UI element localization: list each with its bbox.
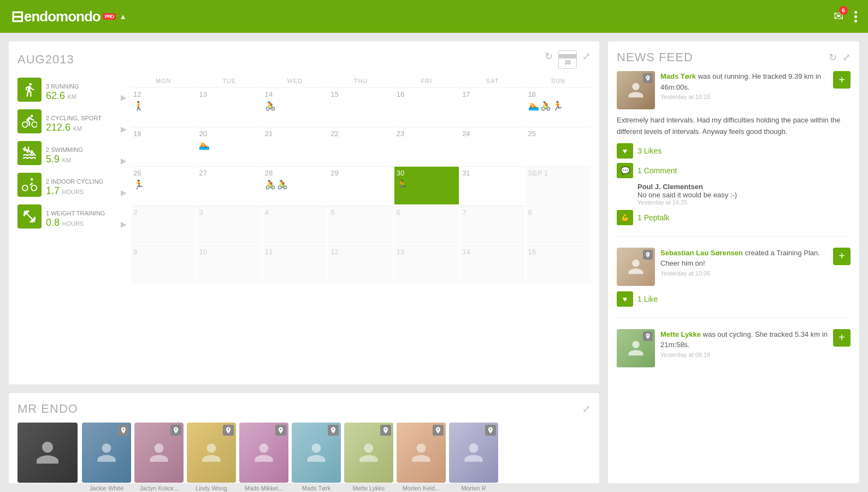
- comment-detail-mads: Poul J. Clementsen No one said it would …: [637, 183, 851, 206]
- cycling-unit: KM: [73, 125, 82, 132]
- friend-avatar-jaclyn: [134, 423, 184, 483]
- friend-lindy[interactable]: Lindy Wong: [187, 423, 236, 491]
- logo-icon: ⊟: [11, 8, 23, 26]
- weight-training-icon: [22, 209, 37, 224]
- cal-day-30-today[interactable]: 30 🏃: [394, 166, 459, 204]
- cal-day-18[interactable]: 18 🏊 🚴 🏃: [526, 87, 591, 126]
- running-icon-box: [17, 78, 42, 102]
- bike-cal-icon2: 🚴: [265, 179, 276, 190]
- cal-day-sep10[interactable]: 10: [197, 245, 261, 283]
- friend-name-morten-r: Morten R: [461, 485, 486, 491]
- likes-row-sebastian: ♥ 1 Like: [617, 291, 851, 307]
- friend-avatar-mette: [344, 423, 393, 483]
- mail-button[interactable]: ✉ 6: [834, 9, 843, 24]
- cal-day-sep6[interactable]: 6: [394, 206, 459, 244]
- cal-day-20[interactable]: 20 🏊: [197, 127, 261, 165]
- cal-day-17[interactable]: 17: [460, 87, 524, 126]
- mr-endo-expand-icon[interactable]: ⤢: [582, 403, 591, 415]
- calendar-header: AUG2013 ↻ 30 ⤢: [17, 50, 591, 69]
- cal-day-21[interactable]: 21: [263, 127, 327, 165]
- cal-day-14[interactable]: 14 🚴: [263, 87, 327, 126]
- cal-day-13[interactable]: 13: [197, 87, 261, 126]
- swimming-value: 5.9: [46, 154, 60, 165]
- signal-icon: ▲: [119, 12, 126, 21]
- news-plus-mette[interactable]: +: [833, 329, 851, 347]
- left-panel: AUG2013 ↻ 30 ⤢: [9, 42, 599, 483]
- cal-day-28[interactable]: 28 🚴 🚴: [263, 166, 327, 204]
- cal-day-sep4[interactable]: 4: [263, 206, 327, 244]
- run-today-icon: 🏃: [397, 179, 408, 190]
- running-arrow: ▶: [121, 93, 127, 102]
- cal-day-12[interactable]: 12 🚶: [131, 87, 196, 126]
- day-header-thu: THU: [328, 75, 393, 86]
- swimming-unit: KM: [62, 157, 71, 163]
- friend-mette[interactable]: Mette Lykke: [344, 423, 393, 491]
- comment-time-mads: Yesterday at 16:25: [637, 199, 851, 206]
- cal-day-16[interactable]: 16: [394, 87, 459, 126]
- friend-avatar-lindy: [187, 423, 236, 483]
- news-plus-sebastian[interactable]: +: [833, 248, 851, 265]
- cal-day-27[interactable]: 27: [197, 166, 261, 204]
- friend-morten-k[interactable]: Morten Keld...: [397, 423, 446, 491]
- day-header-sun: SUN: [526, 75, 591, 86]
- main-avatar-placeholder: [17, 423, 78, 483]
- cal-day-sep11[interactable]: 11: [263, 245, 327, 283]
- friend-name-jackie: Jackie White: [90, 485, 123, 491]
- cal-day-sep8[interactable]: 8: [526, 206, 591, 244]
- pro-badge: PRO: [103, 13, 116, 20]
- calendar-grid-wrapper: MON TUE WED THU FRI SAT SUN 12 🚶: [131, 75, 591, 283]
- bike-cal-icon: 🚴: [540, 101, 551, 111]
- cal-day-sep2[interactable]: 2: [131, 206, 196, 244]
- news-expand-icon[interactable]: ⤢: [842, 51, 851, 63]
- mr-endo-content: Jackie White: [17, 423, 591, 491]
- news-item-mette: Mette Lykke was out cycling. She tracked…: [617, 329, 851, 384]
- weight-training-count: 1 WEIGHT TRAINING: [46, 210, 116, 217]
- friend-mads-t[interactable]: Mads Tørk: [292, 423, 341, 491]
- cal-day-sep14[interactable]: 14: [460, 245, 524, 283]
- cal-day-25[interactable]: 25: [526, 127, 591, 165]
- cal-day-sep7[interactable]: 7: [460, 206, 524, 244]
- cal-day-24[interactable]: 24: [460, 127, 524, 165]
- news-feed-panel: NEWS FEED ↻ ⤢: [608, 42, 859, 483]
- sebastian-avatar-badge: [643, 250, 653, 260]
- cal-day-sep15[interactable]: 15: [526, 245, 591, 283]
- like-button-sebastian[interactable]: ♥: [617, 291, 633, 307]
- cal-day-sep13[interactable]: 13: [394, 245, 459, 283]
- running-value: 62.6: [46, 90, 65, 101]
- news-plus-mads[interactable]: +: [833, 71, 851, 89]
- peptalk-row-mads: 💪 1 Peptalk: [617, 210, 851, 225]
- cal-day-sep12[interactable]: 12: [328, 245, 393, 283]
- friend-mads-m[interactable]: Mads Mikkel...: [239, 423, 288, 491]
- calendar-view-button[interactable]: 30: [558, 50, 577, 69]
- friend-morten-r[interactable]: Morten R: [449, 423, 498, 491]
- likes-count-sebastian: 1 Like: [637, 295, 658, 303]
- peptalk-count-mads: 1 Peptalk: [637, 213, 669, 222]
- calendar-layout: 3 RUNNING 62.6 KM ▶: [17, 75, 591, 283]
- cal-day-sep9[interactable]: 9: [131, 245, 196, 283]
- cal-day-29[interactable]: 29: [328, 166, 393, 204]
- comment-button-mads[interactable]: 💬: [617, 163, 633, 178]
- menu-button[interactable]: [854, 11, 857, 22]
- activity-swimming: 2 SWIMMING 5.9 KM ▶: [17, 139, 127, 167]
- friend-jaclyn[interactable]: Jaclyn Kokor...: [134, 423, 184, 491]
- cal-day-19[interactable]: 19: [131, 127, 196, 165]
- likes-row-mads: ♥ 3 Likes: [617, 143, 851, 159]
- news-header-mads: Mads Tørk was out running. He tracked 9.…: [617, 71, 851, 109]
- cal-day-sep3[interactable]: 3: [197, 206, 261, 244]
- cal-day-31[interactable]: 31: [460, 166, 524, 204]
- cal-day-23[interactable]: 23: [394, 127, 459, 165]
- peptalk-button-mads[interactable]: 💪: [617, 210, 633, 225]
- refresh-icon[interactable]: ↻: [545, 50, 553, 69]
- friend-badge-jackie: [118, 425, 129, 436]
- expand-icon[interactable]: ⤢: [582, 50, 591, 69]
- like-button-mads[interactable]: ♥: [617, 143, 633, 159]
- news-refresh-icon[interactable]: ↻: [829, 51, 837, 63]
- cal-day-26[interactable]: 26 🏃: [131, 166, 196, 204]
- app-logo: ⊟ endomondo PRO ▲: [11, 8, 126, 26]
- cal-day-22[interactable]: 22: [328, 127, 393, 165]
- cal-day-sep1[interactable]: SEP 1: [526, 166, 591, 204]
- friend-jackie[interactable]: Jackie White: [82, 423, 131, 491]
- cal-day-15[interactable]: 15: [328, 87, 393, 126]
- cal-day-sep5[interactable]: 5: [328, 206, 393, 244]
- news-time-mads: Yesterday at 16:15: [660, 93, 828, 100]
